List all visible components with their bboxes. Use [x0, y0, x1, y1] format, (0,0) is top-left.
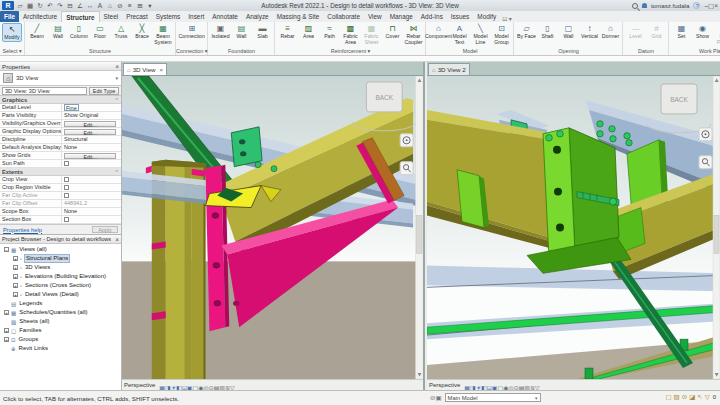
dormer-button[interactable]: ⌂Dormer: [600, 23, 620, 40]
panel-label[interactable]: Connection ▾: [176, 47, 207, 55]
property-value[interactable]: Structural: [62, 136, 121, 143]
section-header-graphics[interactable]: Graphics^: [0, 96, 121, 104]
model-text-button[interactable]: AModel Text: [449, 23, 469, 45]
tree-item-structural-plans[interactable]: +▫Structural Plans: [0, 254, 121, 263]
aligned-dimension-icon[interactable]: ↔: [86, 2, 94, 9]
active-workset-combo[interactable]: Main Model ▾: [445, 393, 541, 402]
open-icon[interactable]: ▱: [16, 2, 24, 10]
apply-button[interactable]: Apply: [92, 226, 118, 233]
select-pinned-icon[interactable]: ⊙: [682, 393, 687, 400]
checkbox[interactable]: [64, 217, 69, 222]
tree-item-sheets-all-[interactable]: ▧Sheets (all): [0, 317, 121, 326]
default-3d-view-icon[interactable]: ⌂: [106, 2, 114, 9]
beam-button[interactable]: ╱Beam: [27, 23, 47, 40]
filter-icon[interactable]: ▽: [705, 393, 710, 400]
tab-systems[interactable]: Systems: [152, 11, 185, 22]
property-value[interactable]: Fine: [62, 104, 121, 111]
tree-item-schedules-quantities-all-[interactable]: +▦Schedules/Quantities (all): [0, 308, 121, 317]
panel-label[interactable]: Select ▾: [0, 47, 24, 55]
revit-logo[interactable]: R: [2, 1, 14, 10]
tab-precast[interactable]: Precast: [122, 11, 152, 22]
expander-icon[interactable]: +: [4, 310, 9, 315]
value-input[interactable]: Fine: [64, 104, 79, 111]
show-button[interactable]: ◉Show: [692, 23, 712, 40]
property-value[interactable]: Edit...: [62, 128, 121, 135]
chevron-down-icon[interactable]: ▾: [115, 75, 118, 81]
wall-button[interactable]: ▢Wall: [558, 23, 578, 40]
tree-item-elevations-building-elevation-[interactable]: +▫Elevations (Building Elevation): [0, 272, 121, 281]
tree-item-groups[interactable]: +⊡Groups: [0, 335, 121, 344]
truss-button[interactable]: △Truss: [111, 23, 131, 40]
edit-button[interactable]: Edit...: [64, 121, 116, 128]
column-button[interactable]: ▯Column: [69, 23, 89, 40]
tab-file[interactable]: File: [0, 11, 19, 22]
wall-button[interactable]: ▤Wall: [231, 23, 251, 40]
panel-label[interactable]: Reinforcement ▾: [275, 47, 425, 55]
design-options-icon[interactable]: ▣: [435, 394, 441, 401]
section-icon[interactable]: ⊘: [116, 2, 124, 10]
tab-manage[interactable]: Manage: [386, 11, 417, 22]
type-selector[interactable]: ⌂ 3D View ▾: [0, 71, 121, 86]
edit-type-button[interactable]: Edit Type: [89, 87, 119, 95]
thin-lines-icon[interactable]: ≡: [126, 2, 134, 9]
wall-button[interactable]: ▤Wall: [48, 23, 68, 40]
tree-item-views-all-[interactable]: −▦Views (all): [0, 245, 121, 254]
tab-analyze[interactable]: Analyze: [242, 11, 273, 22]
property-value[interactable]: None: [62, 144, 121, 151]
set-button[interactable]: ▦Set: [671, 23, 691, 40]
property-value[interactable]: [62, 176, 121, 183]
tree-item-3d-views[interactable]: +▫3D Views: [0, 263, 121, 272]
expander-icon[interactable]: +: [13, 292, 18, 297]
select-links-icon[interactable]: ▢: [665, 393, 671, 400]
redo-icon[interactable]: ↷: [56, 2, 64, 10]
beam-system-button[interactable]: ▦Beam System: [153, 23, 173, 45]
tab-massing-site[interactable]: Massing & Site: [273, 11, 324, 22]
property-value[interactable]: Edit...: [62, 152, 121, 159]
area-button[interactable]: ▨Area: [298, 23, 318, 40]
view1-scrollbar[interactable]: [416, 76, 423, 379]
expander-icon[interactable]: +: [13, 256, 18, 261]
expander-icon[interactable]: +: [13, 265, 18, 270]
drag-on-selection-icon[interactable]: ↖: [697, 393, 702, 400]
switch-windows-icon[interactable]: ⊞: [136, 2, 144, 10]
save-icon[interactable]: ▦: [26, 2, 34, 10]
checkbox[interactable]: [64, 185, 69, 190]
checkbox[interactable]: [64, 177, 69, 182]
view-tab-3d-view[interactable]: ⌂ 3D View ×: [123, 63, 167, 75]
close-button[interactable]: ×: [714, 2, 718, 9]
perspective-label[interactable]: Perspective: [124, 382, 155, 388]
text-icon[interactable]: A: [96, 2, 104, 9]
print-icon[interactable]: ⊟: [66, 2, 74, 10]
tree-item-revit-links[interactable]: ⊕Revit Links: [0, 344, 121, 353]
section-header-extents[interactable]: Extents^: [0, 168, 121, 176]
tab-steel[interactable]: Steel: [100, 11, 123, 22]
tab-issues[interactable]: Issues: [447, 11, 473, 22]
properties-help-link[interactable]: Properties help: [3, 227, 42, 233]
properties-close-icon[interactable]: ×: [115, 63, 119, 70]
view2-scrollbar[interactable]: [713, 76, 720, 379]
tab-architecture[interactable]: Architecture: [19, 11, 61, 22]
edit-button[interactable]: Edit...: [64, 153, 116, 160]
ribbon-display-toggle[interactable]: ⊡ ▾: [502, 15, 512, 22]
view-tab-3d-view-2[interactable]: ⌂ 3D View 2: [428, 63, 470, 75]
tab-annotate[interactable]: Annotate: [208, 11, 242, 22]
tree-item-legends[interactable]: ▤Legends: [0, 299, 121, 308]
measure-icon[interactable]: ∠: [76, 2, 84, 10]
expander-icon[interactable]: +: [13, 283, 18, 288]
floor-button[interactable]: ▭Floor: [90, 23, 110, 40]
view2-viewport[interactable]: BACK: [427, 75, 720, 379]
search-icon[interactable]: [632, 3, 638, 9]
isolated-button[interactable]: ▣Isolated: [210, 23, 230, 40]
connection-plate-teal[interactable]: [231, 127, 262, 167]
tab-collaborate[interactable]: Collaborate: [323, 11, 364, 22]
view1-viewport[interactable]: BACK: [122, 75, 423, 379]
component-button[interactable]: ⌂Component: [428, 23, 448, 40]
shaft-button[interactable]: ▯Shaft: [537, 23, 557, 40]
project-browser-close-icon[interactable]: ×: [115, 236, 119, 243]
tab-modify[interactable]: Modify: [473, 11, 500, 22]
modify-button[interactable]: ↖Modify: [2, 23, 22, 42]
property-value[interactable]: [62, 184, 121, 191]
edit-button[interactable]: Edit...: [64, 129, 116, 136]
brace-button[interactable]: ╳Brace: [132, 23, 152, 40]
select-by-face-icon[interactable]: ◪: [689, 393, 695, 400]
